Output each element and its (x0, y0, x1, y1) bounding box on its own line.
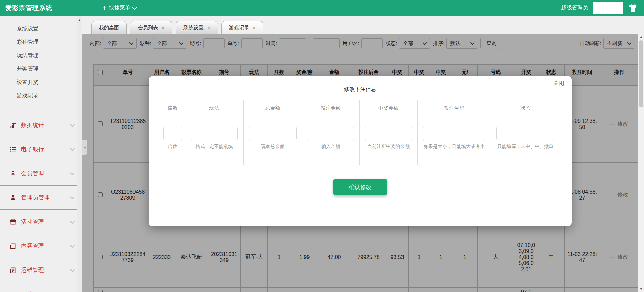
modal-field-cell: 玩家总余额 (244, 116, 302, 165)
sidebar-item-彩种管理[interactable]: 彩种管理 (0, 35, 82, 49)
scroll-up-icon[interactable]: ▲ (640, 34, 643, 40)
modal-field-hint: 只能填写：未中、中、撤单 (491, 144, 559, 150)
modal-close-link[interactable]: 关闭 (553, 80, 564, 87)
admin-role-label: 超级管理员 (561, 4, 588, 11)
sidebar-section-数据统计[interactable]: 数据统计 (0, 113, 82, 137)
modal-field-hint: 格式一定不能乱填 (185, 144, 243, 150)
app-title: 爱彩票管理系统 (5, 4, 52, 12)
tab-系统设置[interactable]: 系统设置× (176, 21, 218, 34)
content-area: 我的桌面会员列表×系统设置×游戏记录× 内部: 全部 彩种: 全部 (82, 16, 644, 292)
modal-input-倍数[interactable] (163, 127, 182, 140)
sidebar-section-风控管理[interactable]: 风控管理 (0, 282, 82, 292)
tab-bar: 我的桌面会员列表×系统设置×游戏记录× (82, 16, 638, 34)
modal-field-hint: 当前注所中奖的金额 (360, 144, 417, 150)
member-icon (9, 170, 17, 177)
modal-field-label-状态: 状态 (491, 100, 560, 116)
sidebar-sections: 数据统计电子银行会员管理管理员管理活动管理内容管理运维管理风控管理 (0, 113, 82, 292)
sidebar-section-管理员管理[interactable]: 管理员管理 (0, 185, 82, 209)
scrollbar-thumb[interactable] (639, 40, 643, 107)
sidebar-section-label: 内容管理 (21, 242, 71, 250)
tab-会员列表[interactable]: 会员列表× (130, 21, 172, 34)
quick-menu-button[interactable]: + 快捷菜单 (103, 4, 136, 11)
sidebar: 系统设置彩种管理玩法管理开奖管理设置开奖游戏记录 数据统计电子银行会员管理管理员… (0, 16, 82, 292)
tab-游戏记录[interactable]: 游戏记录× (221, 21, 264, 34)
plus-icon: + (103, 5, 107, 11)
sidebar-item-游戏记录[interactable]: 游戏记录 (0, 89, 82, 102)
admin-icon (9, 194, 17, 201)
modal-field-label-倍数: 倍数 (160, 100, 185, 116)
modal-fields-table: 倍数玩法总金额投注金额中奖金额投注号码状态倍数格式一定不能乱填玩家总余额输入金额… (160, 100, 560, 165)
sidebar-section-label: 管理员管理 (21, 194, 71, 201)
modal-field-label-投注号码: 投注号码 (418, 100, 491, 116)
modal-input-投注号码[interactable] (423, 127, 485, 140)
modal-title: 修改下注信息 (149, 86, 572, 93)
modal-field-hint: 如果是大小，只能填大或者小 (418, 144, 490, 150)
sidebar-subnav: 系统设置彩种管理玩法管理开奖管理设置开奖游戏记录 (0, 16, 82, 102)
modal-input-总金额[interactable] (249, 127, 297, 140)
modal-field-cell: 格式一定不能乱填 (185, 116, 244, 165)
tab-我的桌面[interactable]: 我的桌面 (91, 21, 127, 34)
tab-label: 系统设置 (183, 25, 204, 31)
tab-close-icon[interactable]: × (207, 25, 210, 30)
topbar-right: 超级管理员 (561, 2, 637, 14)
sidebar-section-label: 数据统计 (21, 121, 71, 129)
chevron-down-icon (132, 5, 137, 9)
chevron-down-icon (70, 122, 75, 127)
chevron-down-icon (70, 267, 75, 272)
sidebar-item-系统设置[interactable]: 系统设置 (0, 22, 82, 35)
sidebar-section-label: 电子银行 (21, 145, 71, 153)
modal-input-状态[interactable] (496, 127, 554, 140)
topbar: 爱彩票管理系统 + 快捷菜单 超级管理员 (0, 0, 644, 16)
app-root: 爱彩票管理系统 + 快捷菜单 超级管理员 系统设置彩种管理玩法管理开奖管理设置开… (0, 0, 644, 292)
content-icon (9, 242, 17, 250)
sidebar-collapse-handle[interactable]: ◀ (82, 140, 87, 155)
content-scrollbar[interactable]: ▲ ▼ (638, 34, 644, 292)
sidebar-scrollbar[interactable]: ▲ (77, 16, 82, 292)
chevron-down-icon (70, 243, 75, 248)
modal-input-玩法[interactable] (191, 127, 238, 140)
quick-menu-label: 快捷菜单 (109, 4, 130, 11)
tab-label: 游戏记录 (229, 25, 249, 31)
modal-field-cell: 当前注所中奖的金额 (360, 116, 418, 165)
modal-field-cell: 如果是大小，只能填大或者小 (418, 116, 491, 165)
chevron-down-icon (70, 171, 75, 175)
scroll-up-icon[interactable]: ▲ (77, 16, 82, 22)
tab-label: 我的桌面 (99, 25, 119, 31)
tab-close-icon[interactable]: × (253, 25, 256, 30)
modal-field-hint: 倍数 (161, 144, 184, 150)
risk-icon (9, 291, 17, 292)
modal-field-cell: 输入金额 (302, 116, 360, 165)
gift-icon (9, 218, 17, 226)
modal-field-cell: 倍数 (160, 116, 185, 165)
sidebar-item-玩法管理[interactable]: 玩法管理 (0, 49, 82, 62)
chart-icon (9, 121, 17, 129)
ops-icon (9, 266, 17, 274)
sidebar-item-设置开奖[interactable]: 设置开奖 (0, 76, 82, 89)
sidebar-item-开奖管理[interactable]: 开奖管理 (0, 62, 82, 76)
sidebar-section-活动管理[interactable]: 活动管理 (0, 209, 82, 234)
modal-input-中奖金额[interactable] (365, 127, 412, 140)
chevron-down-icon (70, 219, 75, 224)
sidebar-section-label: 活动管理 (21, 218, 71, 226)
tshirt-icon[interactable] (628, 4, 637, 12)
chevron-down-icon (70, 146, 75, 151)
modal-field-label-投注金额: 投注金额 (302, 100, 360, 116)
edit-bet-modal: 关闭 修改下注信息 倍数玩法总金额投注金额中奖金额投注号码状态倍数格式一定不能乱… (149, 76, 572, 226)
modal-input-投注金额[interactable] (308, 127, 354, 140)
modal-field-hint: 输入金额 (303, 144, 359, 150)
sidebar-section-label: 风控管理 (21, 290, 71, 292)
list-123-icon (9, 146, 17, 153)
modal-field-label-玩法: 玩法 (185, 100, 244, 116)
sidebar-section-会员管理[interactable]: 会员管理 (0, 161, 82, 185)
sidebar-section-内容管理[interactable]: 内容管理 (0, 234, 82, 258)
modal-field-label-总金额: 总金额 (244, 100, 302, 116)
scroll-down-icon[interactable]: ▼ (640, 286, 643, 292)
confirm-edit-button[interactable]: 确认修改 (333, 179, 387, 195)
sidebar-section-电子银行[interactable]: 电子银行 (0, 137, 82, 161)
sidebar-section-label: 会员管理 (21, 169, 71, 177)
modal-field-hint: 玩家总余额 (244, 144, 302, 150)
tab-close-icon[interactable]: × (162, 25, 165, 30)
chevron-down-icon (70, 195, 75, 199)
sidebar-section-运维管理[interactable]: 运维管理 (0, 258, 82, 282)
modal-field-label-中奖金额: 中奖金额 (360, 100, 418, 116)
